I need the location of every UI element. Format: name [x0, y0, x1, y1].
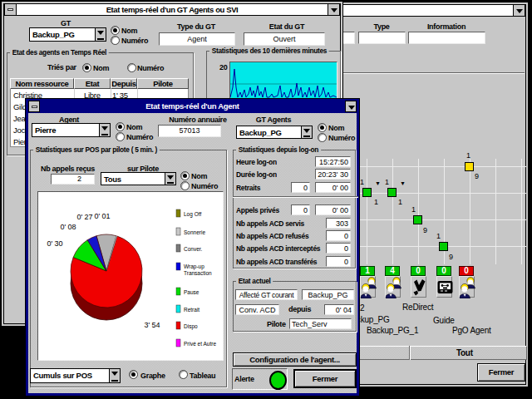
svg-text:Wrap-up: Wrap-up	[184, 264, 204, 270]
svg-text:3' 54: 3' 54	[144, 321, 160, 329]
svg-text:0' 27: 0' 27	[76, 213, 92, 221]
svg-text:Transaction: Transaction	[184, 270, 212, 276]
svg-text:0' 01: 0' 01	[94, 212, 110, 220]
svg-text:Dispo: Dispo	[184, 323, 198, 330]
svg-text:Privé et Autre: Privé et Autre	[184, 341, 216, 347]
svg-text:0' 08: 0' 08	[60, 223, 76, 231]
svg-text:Sonnerie: Sonnerie	[184, 229, 205, 235]
svg-text:Log Off: Log Off	[184, 211, 201, 218]
svg-text:0' 30: 0' 30	[47, 239, 62, 248]
svg-text:Pause: Pause	[184, 289, 200, 295]
svg-text:Conver.: Conver.	[184, 246, 203, 252]
svg-text:Retrait: Retrait	[184, 307, 200, 313]
